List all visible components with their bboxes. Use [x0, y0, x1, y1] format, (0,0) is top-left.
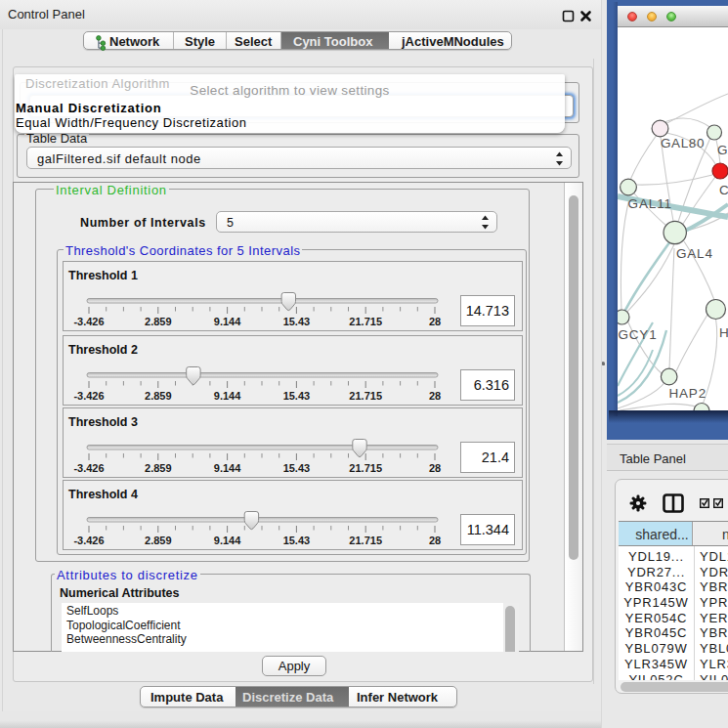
svg-text:GA: GA — [717, 143, 728, 157]
svg-text:HAP2: HAP2 — [669, 386, 707, 401]
svg-text:21.715: 21.715 — [349, 461, 382, 473]
svg-text:GAL80: GAL80 — [661, 136, 705, 150]
svg-text:2.859: 2.859 — [145, 389, 172, 401]
svg-text:28: 28 — [429, 315, 441, 326]
svg-text:15.43: 15.43 — [283, 534, 311, 545]
svg-text:-3.426: -3.426 — [73, 461, 104, 473]
svg-text:15.43: 15.43 — [283, 461, 311, 473]
svg-text:9.144: 9.144 — [214, 534, 241, 545]
svg-text:21.715: 21.715 — [349, 534, 382, 545]
svg-text:GCY1: GCY1 — [619, 327, 658, 342]
svg-text:2.859: 2.859 — [145, 461, 172, 473]
svg-text:-3.426: -3.426 — [73, 315, 104, 326]
svg-text:2.859: 2.859 — [145, 315, 172, 326]
svg-text:21.715: 21.715 — [349, 315, 382, 326]
svg-text:28: 28 — [429, 461, 441, 473]
svg-text:-3.426: -3.426 — [73, 534, 104, 545]
svg-text:28: 28 — [429, 534, 441, 545]
svg-text:15.43: 15.43 — [283, 315, 311, 326]
svg-text:9.144: 9.144 — [214, 461, 241, 473]
svg-text:2.859: 2.859 — [145, 534, 172, 545]
svg-text:9.144: 9.144 — [214, 389, 241, 401]
svg-text:15.43: 15.43 — [283, 389, 311, 401]
svg-text:-3.426: -3.426 — [73, 389, 104, 401]
svg-text:GAL11: GAL11 — [628, 196, 673, 211]
svg-text:H: H — [719, 325, 728, 340]
svg-text:GAL4: GAL4 — [676, 246, 713, 261]
svg-text:C: C — [719, 183, 728, 197]
svg-text:21.715: 21.715 — [349, 389, 382, 401]
svg-text:9.144: 9.144 — [214, 315, 241, 326]
svg-text:28: 28 — [429, 389, 441, 401]
